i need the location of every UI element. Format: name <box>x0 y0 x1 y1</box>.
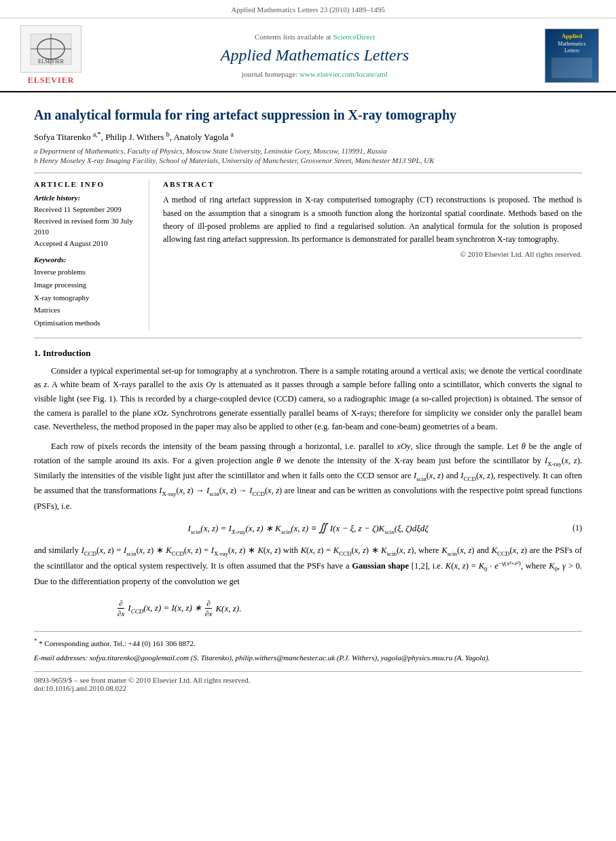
issn-line: 0893-9659/$ – see front matter © 2010 El… <box>34 676 582 684</box>
journal-logo-right: Applied Mathematics Letters <box>541 25 602 86</box>
equation-2-content: ∂ ∂x ICCD(x, z) = I(x, z) ∗ ∂ ∂x K(x, z)… <box>115 599 242 618</box>
keyword-5: Optimisation methods <box>34 317 139 329</box>
intro-para1: Consider a typical experimental set-up f… <box>34 364 582 434</box>
divider-2 <box>34 338 582 338</box>
copyright: © 2010 Elsevier Ltd. All rights reserved… <box>163 250 582 258</box>
journal-title: Applied Mathematics Letters <box>95 46 535 65</box>
footnote-star: * * Corresponding author. Tel.: +44 (0) … <box>34 636 582 649</box>
col-right: Abstract A method of ring artefact suppr… <box>163 180 582 329</box>
journal-header: ELSEVIER ELSEVIER Contents lists availab… <box>0 18 616 92</box>
journal-center: Contents lists available at ScienceDirec… <box>95 25 535 86</box>
footer-section: * * Corresponding author. Tel.: +44 (0) … <box>34 631 582 664</box>
two-col-section: Article info Article history: Received 1… <box>34 180 582 329</box>
abstract-label: Abstract <box>163 180 582 188</box>
authors: Sofya Titarenko a,*, Philip J. Withers b… <box>34 130 582 143</box>
keyword-2: Image processing <box>34 279 139 291</box>
footnote-email: E-mail addresses: sofya.titarenko@google… <box>34 652 582 664</box>
divider-1 <box>34 173 582 173</box>
accepted-date: Accepted 4 August 2010 <box>34 238 139 249</box>
elsevier-logo-box: ELSEVIER <box>20 25 81 73</box>
top-bar: Applied Mathematics Letters 23 (2010) 14… <box>0 0 616 18</box>
homepage-link[interactable]: www.elsevier.com/locate/aml <box>300 70 388 78</box>
history-label: Article history: <box>34 194 139 202</box>
svg-text:ELSEVIER: ELSEVIER <box>38 58 64 65</box>
keywords-block: Keywords: Inverse problems Image process… <box>34 255 139 329</box>
equation-1-content: Iscin(x, z) = IX-ray(x, z) ∗ Kscin(x, z)… <box>187 521 428 535</box>
elsevier-logo: ELSEVIER ELSEVIER <box>14 25 88 86</box>
author-names: Sofya Titarenko a,*, Philip J. Withers b… <box>34 132 234 142</box>
article-history-block: Article history: Received 11 September 2… <box>34 194 139 249</box>
doi-line: doi:10.1016/j.aml.2010.08.022 <box>34 684 582 692</box>
page-container: Applied Mathematics Letters 23 (2010) 14… <box>0 0 616 841</box>
intro-para2: Each row of pixels records the intensity… <box>34 440 582 513</box>
abstract-text: A method of ring artefact suppression in… <box>163 194 582 246</box>
keywords-label: Keywords: <box>34 255 139 264</box>
affil-a: a Department of Mathematics, Faculty of … <box>34 147 582 155</box>
revised-date: Received in revised form 30 July 2010 <box>34 215 139 238</box>
sciencedirect-link[interactable]: ScienceDirect <box>333 33 375 41</box>
journal-logo-box: Applied Mathematics Letters <box>545 29 599 83</box>
homepage-line: journal homepage: www.elsevier.com/locat… <box>95 70 535 78</box>
intro-para3: and similarly ICCD(x, z) = Iscin(x, z) ∗… <box>34 543 582 588</box>
col-left: Article info Article history: Received 1… <box>34 180 149 329</box>
main-content: An analytical formula for ring artefact … <box>0 92 616 706</box>
intro-heading: 1. Introduction <box>34 348 582 359</box>
elsevier-text: ELSEVIER <box>28 75 75 86</box>
keyword-1: Inverse problems <box>34 266 139 279</box>
contents-line: Contents lists available at ScienceDirec… <box>95 33 535 41</box>
equation-1-number: (1) <box>573 523 582 533</box>
received-date: Received 11 September 2009 <box>34 204 139 215</box>
equation-1-block: Iscin(x, z) = IX-ray(x, z) ∗ Kscin(x, z)… <box>34 521 582 535</box>
keyword-3: X-ray tomography <box>34 291 139 304</box>
journal-citation: Applied Mathematics Letters 23 (2010) 14… <box>231 5 384 14</box>
affiliations: a Department of Mathematics, Faculty of … <box>34 147 582 164</box>
equation-2-block: ∂ ∂x ICCD(x, z) = I(x, z) ∗ ∂ ∂x K(x, z)… <box>34 599 582 618</box>
footer-bottom: 0893-9659/$ – see front matter © 2010 El… <box>34 671 582 692</box>
affil-b: b Henry Moseley X-ray Imaging Facility, … <box>34 156 582 164</box>
article-info-label: Article info <box>34 180 139 188</box>
keyword-4: Matrices <box>34 304 139 317</box>
article-title: An analytical formula for ring artefact … <box>34 106 582 124</box>
